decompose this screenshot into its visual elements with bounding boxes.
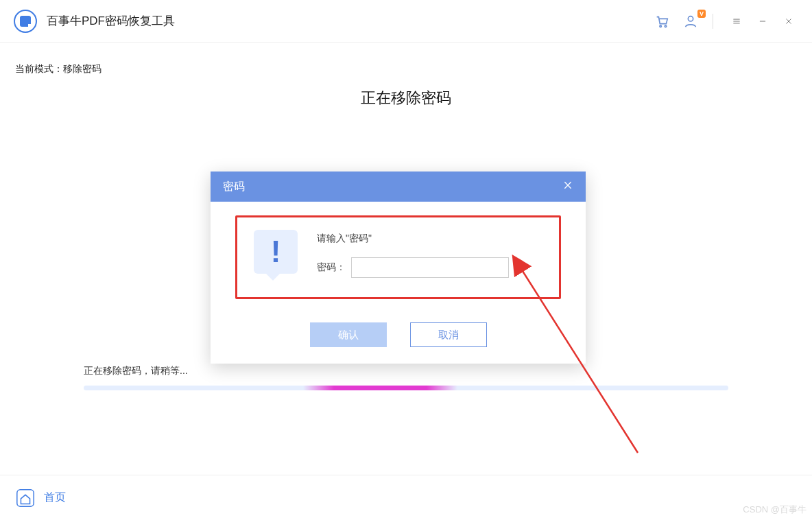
user-icon[interactable]: V xyxy=(681,12,700,31)
app-title: 百事牛PDF密码恢复工具 xyxy=(47,13,175,29)
dialog-title: 密码 xyxy=(223,180,562,194)
close-icon[interactable] xyxy=(562,180,573,193)
cart-icon[interactable] xyxy=(652,12,671,31)
main-content: 当前模式：移除密码 正在移除密码 密码 ! 请输入"密码" 密码： xyxy=(0,43,812,472)
mode-label: 当前模式： xyxy=(15,63,63,74)
confirm-button[interactable]: 确认 xyxy=(310,322,387,347)
vip-badge: V xyxy=(697,10,706,18)
home-icon xyxy=(15,488,36,508)
close-button[interactable] xyxy=(779,12,798,31)
titlebar-separator xyxy=(713,14,713,29)
progress-bar xyxy=(84,386,728,390)
page-heading: 正在移除密码 xyxy=(14,88,798,108)
home-label: 首页 xyxy=(44,491,66,505)
title-bar: 百事牛PDF密码恢复工具 V xyxy=(0,0,812,43)
svg-point-1 xyxy=(665,25,667,27)
password-input[interactable] xyxy=(351,257,509,278)
cancel-button[interactable]: 取消 xyxy=(410,322,487,347)
footer: 首页 xyxy=(0,475,812,520)
svg-point-0 xyxy=(660,25,662,27)
password-label: 密码： xyxy=(317,261,346,274)
dialog-header: 密码 xyxy=(211,172,586,202)
annotation-highlight: ! 请输入"密码" 密码： xyxy=(235,215,561,299)
mode-line: 当前模式：移除密码 xyxy=(15,63,798,75)
alert-icon: ! xyxy=(254,230,298,274)
svg-point-2 xyxy=(688,16,693,21)
progress-area: 正在移除密码，请稍等... xyxy=(84,365,728,390)
mode-value: 移除密码 xyxy=(63,63,102,74)
alert-glyph: ! xyxy=(271,235,281,269)
progress-text: 正在移除密码，请稍等... xyxy=(84,365,728,377)
app-logo xyxy=(14,10,37,33)
minimize-button[interactable] xyxy=(753,12,772,31)
prompt-text: 请输入"密码" xyxy=(317,233,542,245)
menu-icon[interactable] xyxy=(727,12,746,31)
progress-fill xyxy=(303,386,458,390)
home-link[interactable]: 首页 xyxy=(15,488,66,508)
password-dialog: 密码 ! 请输入"密码" 密码： 确认 取消 xyxy=(211,172,586,364)
